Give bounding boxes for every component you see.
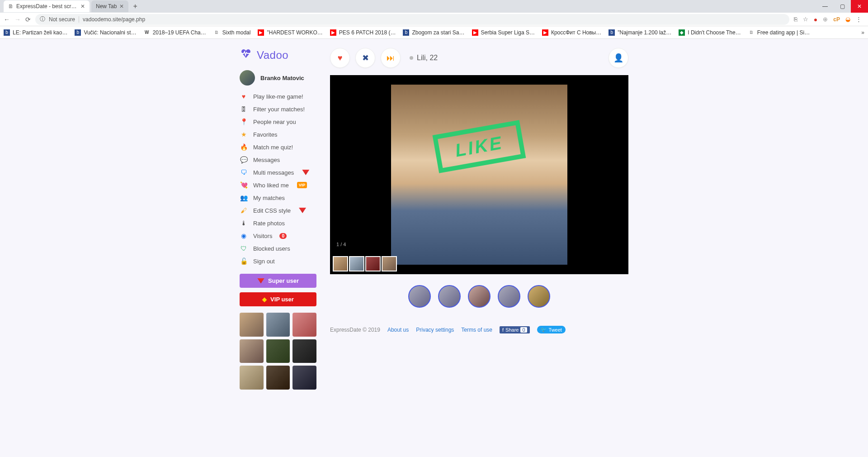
nope-button[interactable]: ✖ [355,48,375,68]
match-avatar[interactable] [438,285,461,308]
close-window-button[interactable]: ✕ [851,0,868,13]
photo-thumb[interactable] [333,256,348,271]
user-thumb[interactable] [292,339,316,363]
sidebar-item-multi-messages[interactable]: 🗨Multi messages [240,169,316,176]
info-icon: ⓘ [40,15,45,23]
photo-thumb[interactable] [382,256,397,271]
logo[interactable]: Vadoo [240,48,316,62]
bookmark[interactable]: ◆I Didn't Choose The… [679,29,741,36]
footer-link-terms[interactable]: Terms of use [461,327,492,333]
bookmark[interactable]: W2018–19 UEFA Cha… [144,29,206,36]
bookmarks-bar: bLE: Partizan želi kao… bVučić: Nacional… [0,26,868,39]
forward-button[interactable]: → [14,16,21,23]
user-thumb[interactable] [266,313,290,337]
globe-icon[interactable]: ⊕ [823,16,828,23]
tab-title: ExpressDate - best script for mak [16,3,78,10]
user-thumb[interactable] [240,339,264,363]
photo-frame[interactable]: LIKE 1 / 4 [330,75,628,274]
bookmark[interactable]: bLE: Partizan želi kao… [4,29,67,36]
bookmark[interactable]: 🗎Free dating app | Si… [748,29,810,36]
green-icon: ◆ [679,29,685,36]
sliders-icon: 🎛 [240,105,248,113]
b1-icon: b [609,29,615,36]
sidebar: Vadoo Branko Matovic ♥Play like-me game!… [240,48,330,457]
sidebar-item-liked-me[interactable]: 💘Who liked meVIP [240,181,316,189]
vip-user-button[interactable]: ◆VIP user [240,292,316,306]
match-avatar[interactable] [468,285,491,308]
logo-heartbeat-icon [240,48,252,62]
close-icon[interactable]: ✕ [119,3,124,10]
like-button[interactable]: ♥ [330,48,350,68]
back-button[interactable]: ← [4,16,10,23]
sidebar-item-quiz[interactable]: 🔥Match me quiz! [240,143,316,151]
bookmark[interactable]: bVučić: Nacionalni st… [75,29,136,36]
user-thumb[interactable] [292,366,316,390]
user-row[interactable]: Branko Matovic [240,70,316,86]
maximize-button[interactable]: ▢ [834,0,851,13]
star-icon[interactable]: ☆ [803,16,808,23]
user-thumb[interactable] [266,339,290,363]
visitors-count-badge: 0 [279,233,287,239]
match-avatar[interactable] [528,285,550,308]
translate-icon[interactable]: ⎘ [794,16,797,23]
sidebar-item-matches[interactable]: 👥My matches [240,194,316,201]
fb-share-button[interactable]: f Share 0 [500,326,530,333]
url-input[interactable]: ⓘ Not secure vadoodemo.site/page.php [35,14,789,25]
sidebar-item-favorites[interactable]: ★Favorites [240,131,316,138]
bookmarks-more[interactable]: » [861,29,864,36]
reload-button[interactable]: ⟳ [25,16,31,23]
sidebar-item-near[interactable]: 📍People near you [240,118,316,125]
sidebar-item-rate-photos[interactable]: 🌡Rate photos [240,219,316,227]
b1-icon: b [403,29,409,36]
browser-tab-active[interactable]: 🗎 ExpressDate - best script for mak ✕ [4,0,90,12]
user-thumb[interactable] [240,366,264,390]
footer-link-about[interactable]: About us [387,327,409,333]
top-action-row: ♥ ✖ ⏭ Lili, 22 👤 [330,48,628,68]
yt-icon: ▶ [542,29,548,36]
menu-icon[interactable]: ⋮ [856,16,862,23]
sidebar-item-visitors[interactable]: ◉Visitors0 [240,232,316,239]
match-avatar[interactable] [498,285,520,308]
user-thumb[interactable] [266,366,290,390]
browser-tabs-bar: 🗎 ExpressDate - best script for mak ✕ Ne… [0,0,868,13]
window-controls: — ▢ ✕ [816,0,868,13]
sidebar-item-blocked[interactable]: 🛡Blocked users [240,245,316,252]
sidebar-item-signout[interactable]: 🔓Sign out [240,257,316,265]
match-avatar[interactable] [408,285,431,308]
address-bar: ← → ⟳ ⓘ Not secure vadoodemo.site/page.p… [0,13,868,26]
browser-tab[interactable]: New Tab ✕ [91,0,128,12]
profile-button[interactable]: 👤 [609,48,628,68]
user-thumb[interactable] [292,313,316,337]
photo-thumb[interactable] [349,256,364,271]
user-name: Branko Matovic [260,75,304,81]
bookmark[interactable]: bZbogom za stari Sa… [403,29,464,36]
new-tab-button[interactable]: + [133,2,137,10]
bookmark[interactable]: ▶PES 6 PATCH 2018 (… [330,29,396,36]
messenger-icon: 💬 [240,156,248,163]
bookmark[interactable]: b"Najmanje 1.200 laž… [609,29,671,36]
bookmark[interactable]: 🗎Sixth modal [213,29,251,36]
footer-link-privacy[interactable]: Privacy settings [416,327,454,333]
not-secure-label: Not secure [49,16,75,23]
close-icon[interactable]: ✕ [80,3,85,10]
minimize-button[interactable]: — [816,0,834,13]
sidebar-item-filter[interactable]: 🎛Filter your matches! [240,105,316,113]
tweet-button[interactable]: 🐦 Tweet [537,326,566,333]
bookmark[interactable]: ▶КроссФит С Новы… [542,29,601,36]
cpanel-icon[interactable]: cP [833,16,840,23]
heart-icon: ♥ [240,93,248,100]
sidebar-item-messages[interactable]: 💬Messages [240,156,316,163]
photo-thumb[interactable] [365,256,381,271]
file-icon: 🗎 [748,29,755,36]
url-text: vadoodemo.site/page.php [83,16,145,23]
bookmark[interactable]: ▶Serbia Super Liga S… [472,29,535,36]
bookmark[interactable]: ▶"HARDEST WORKO… [258,29,322,36]
skip-button[interactable]: ⏭ [381,48,401,68]
avast-icon[interactable]: ◒ [845,16,850,23]
alert-icon[interactable]: ● [814,16,817,23]
sidebar-item-edit-css[interactable]: 🖌Edit CSS style [240,207,316,214]
user-thumb[interactable] [240,313,264,337]
sidebar-item-play[interactable]: ♥Play like-me game! [240,93,316,100]
thermometer-icon: 🌡 [240,219,248,227]
super-user-button[interactable]: Super user [240,274,316,288]
